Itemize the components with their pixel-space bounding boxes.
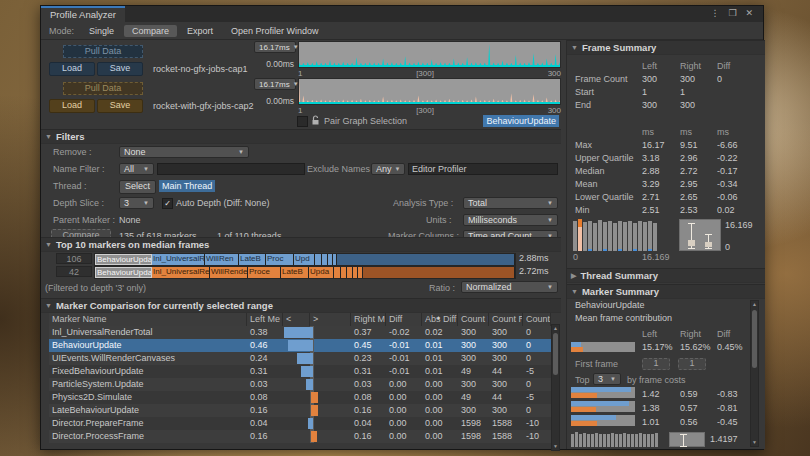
histogram-blue-tick [648,249,652,251]
cell: LateBehaviourUpdate [49,404,247,417]
cost-value: 1.01 [642,416,680,429]
stat-label: Start [575,86,642,99]
histogram-bar [593,223,597,251]
save-button-right[interactable]: Save [97,99,143,113]
marker-summary-scrollbar[interactable]: ▲ ▼ [750,300,759,447]
marker-segment-upd[interactable]: Upd [294,254,315,265]
cell: 0.00 [422,417,458,430]
thread-select-button[interactable]: Select [119,180,156,194]
top-n-dropdown[interactable]: 3▼ [593,373,621,385]
first-frame-button-right[interactable]: 1 [678,358,706,370]
parent-marker-value: None [119,215,141,225]
cell: -5 [523,365,551,378]
pull-data-button-right[interactable]: Pull Data [63,82,143,95]
frame-time-histogram[interactable] [573,219,671,251]
pair-graph-checkbox[interactable] [297,116,308,127]
column-header-right-m[interactable]: Right M [351,313,386,326]
scrollbar-thumb[interactable] [752,310,757,368]
remove-dropdown[interactable]: None▼ [119,146,249,158]
table-row-particlesystem.update[interactable]: ParticleSystem.Update0.030.030.000.00300… [49,378,551,391]
scroll-up-icon[interactable]: ▲ [751,301,758,308]
column-header-diff[interactable]: Diff [386,313,422,326]
menu-icon[interactable]: ⋮ [710,8,719,22]
marker-segment-upda[interactable]: Upda [309,267,334,278]
thread-label: Thread : [53,181,87,191]
table-row-latebehaviourupdate[interactable]: LateBehaviourUpdate0.160.160.000.0030030… [49,404,551,417]
save-button-left[interactable]: Save [97,62,143,76]
scroll-down-icon[interactable]: ▼ [552,443,559,450]
column-header-left-me[interactable]: Left Me [247,313,283,326]
depth-slice-dropdown[interactable]: 3▼ [119,197,154,209]
comparison-scrollbar[interactable]: ▲ ▼ [551,324,560,451]
column-header-count-l[interactable]: Count L [458,313,489,326]
table-row-behaviourupdate[interactable]: BehaviourUpdate0.460.45-0.010.013003000 [49,339,551,352]
marker-segment-lateb[interactable]: LateB [239,254,266,265]
graph-ymax-dropdown-left[interactable]: 16.17ms▼ [254,41,296,53]
marker-segment-behaviourupdate[interactable]: BehaviourUpdate [95,254,152,265]
foldout-closed-icon[interactable]: ▶ [571,272,576,280]
auto-depth-checkbox[interactable]: ✓ [162,198,173,209]
column-header--[interactable]: < [283,313,310,326]
marker-segment-inl_universalre[interactable]: Inl_UniversalRe [152,267,210,278]
pull-data-button-left[interactable]: Pull Data [63,45,143,58]
marker-segment[interactable] [315,254,322,265]
table-row-director.processframe[interactable]: Director.ProcessFrame0.160.160.000.00159… [49,430,551,443]
foldout-open-icon[interactable]: ▼ [571,288,578,295]
thread-summary-section[interactable]: ▶ Thread Summary [567,268,765,283]
table-row-director.prepareframe[interactable]: Director.PrepareFrame0.040.040.000.00159… [49,417,551,430]
stat-label: End [575,99,642,112]
units-dropdown[interactable]: Milliseconds▼ [463,214,558,226]
load-button-right[interactable]: Load [49,99,95,113]
table-row-physics2d.simulate[interactable]: Physics2D.Simulate0.080.080.000.004944-5 [49,391,551,404]
scroll-down-icon[interactable]: ▼ [751,439,758,446]
load-button-left[interactable]: Load [49,62,95,76]
analysis-type-dropdown[interactable]: Total▼ [463,197,558,209]
exclude-mode-dropdown[interactable]: Any▼ [371,163,405,175]
frame-time-graph-left[interactable] [298,41,561,68]
name-filter-mode-dropdown[interactable]: All▼ [119,163,154,175]
table-row-inl_universalrendertotal[interactable]: Inl_UniversalRenderTotal0.380.37-0.020.0… [49,326,551,339]
tab-profile-analyzer[interactable]: Profile Analyzer [41,6,125,22]
marker-segment-proce[interactable]: Proce [248,267,281,278]
exclude-names-input[interactable]: Editor Profiler [408,163,558,175]
column-header-abs-diff[interactable]: Abs Diff▲ [422,313,458,326]
graph-ymax-dropdown-right[interactable]: 16.17ms▼ [254,78,296,90]
foldout-open-icon[interactable]: ▼ [45,133,52,140]
table-row-fixedbehaviourupdate[interactable]: FixedBehaviourUpdate0.310.31-0.010.01494… [49,365,551,378]
mode-button-open-profiler-window[interactable]: Open Profiler Window [223,25,327,37]
marker-segment[interactable] [337,254,515,265]
first-frame-button-left[interactable]: 1 [642,358,670,370]
contribution-value: 15.17% [642,341,680,354]
name-filter-input[interactable] [157,163,305,175]
scroll-up-icon[interactable]: ▲ [552,325,559,332]
marker-histogram[interactable] [571,432,663,447]
maximize-icon[interactable]: ❒ [728,8,736,22]
marker-segment-behaviourupdate[interactable]: BehaviourUpdate [95,267,152,278]
column-header-marker-name[interactable]: Marker Name [49,313,247,326]
cell: 0 [523,352,551,365]
column-header-count-r[interactable]: Count R [489,313,523,326]
cell: 0.37 [351,326,386,339]
ratio-dropdown[interactable]: Normalized▼ [461,281,558,293]
marker-segment-willrende[interactable]: WillRende [210,267,248,278]
mode-button-compare[interactable]: Compare [124,25,177,37]
foldout-open-icon[interactable]: ▼ [45,241,52,248]
scrollbar-thumb[interactable] [553,333,558,375]
marker-segment-proc[interactable]: Proc [266,254,294,265]
mode-button-export[interactable]: Export [179,25,221,37]
marker-segment-willren[interactable]: WillRen [205,254,239,265]
frame-time-graph-right[interactable] [298,78,561,105]
marker-segment[interactable] [363,267,515,278]
marker-segment-inl_universalr[interactable]: Inl_UniversalR [152,254,205,265]
mode-button-single[interactable]: Single [81,25,122,37]
table-row-uievents.willrendercanvases[interactable]: UIEvents.WillRenderCanvases0.240.23-0.01… [49,352,551,365]
marker-segment-lateb[interactable]: LateB [281,267,309,278]
foldout-open-icon[interactable]: ▼ [571,44,578,51]
column-header--[interactable]: > [310,313,351,326]
foldout-open-icon[interactable]: ▼ [45,302,52,309]
close-icon[interactable]: ✕ [745,8,753,22]
cell: 0.00 [386,378,422,391]
marker-segment[interactable] [334,267,341,278]
column-header-count-d[interactable]: Count D [523,313,551,326]
selected-marker-chip[interactable]: BehaviourUpdate [483,115,559,127]
